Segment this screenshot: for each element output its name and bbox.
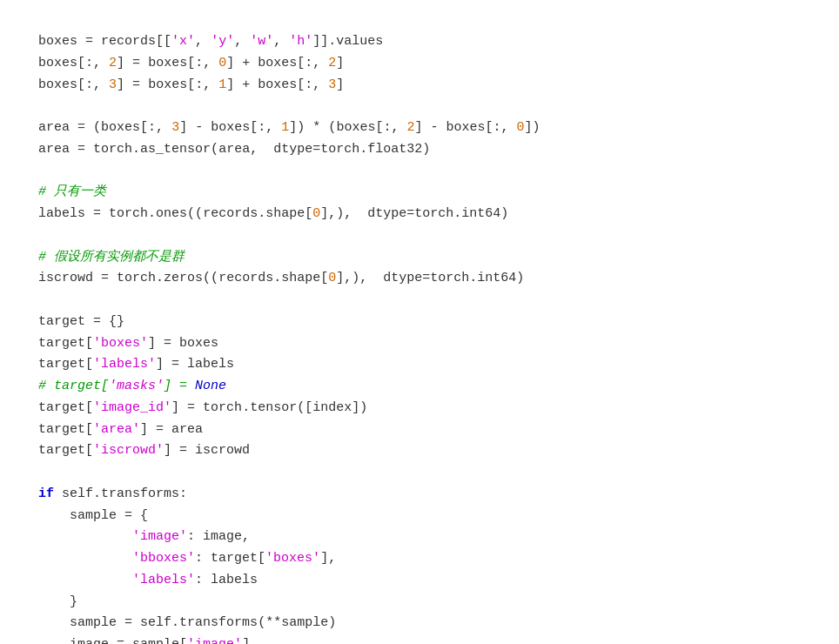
code-line-target-boxes: target['boxes'] = boxes [38, 333, 839, 355]
code-line-5: area = (boxes[:, 3] - boxes[:, 1]) * (bo… [38, 117, 839, 139]
code-line-empty-2 [38, 161, 839, 183]
code-line-target-imageid: target['image_id'] = torch.tensor([index… [38, 398, 839, 419]
code-line-image-sample: image = sample['image'] [38, 634, 839, 644]
code-line-2: boxes[:, 2] = boxes[:, 0] + boxes[:, 2] [38, 53, 839, 75]
code-line-6: area = torch.as_tensor(area, dtype=torch… [38, 139, 839, 161]
code-line-target-init: target = {} [38, 312, 839, 333]
code-line-empty-1 [38, 96, 839, 117]
code-line-sample-bboxes: 'bboxes': target['boxes'], [38, 548, 839, 570]
code-line-target-masks-comment: # target['masks'] = None [38, 376, 839, 398]
code-line-3: boxes[:, 3] = boxes[:, 1] + boxes[:, 3] [38, 75, 839, 97]
code-line-target-labels: target['labels'] = labels [38, 354, 839, 376]
code-line-sample-image: 'image': image, [38, 527, 839, 548]
code-line-empty-3 [38, 225, 839, 247]
code-line-comment-1: # 只有一类 [38, 182, 839, 204]
code-line-1: boxes = records[['x', 'y', 'w', 'h']].va… [38, 31, 839, 53]
code-line-empty-5 [38, 462, 839, 484]
code-line-if-transforms: if self.transforms: [38, 484, 839, 506]
code-line-labels: labels = torch.ones((records.shape[0],),… [38, 204, 839, 225]
code-line-sample-transforms: sample = self.transforms(**sample) [38, 613, 839, 634]
code-block: boxes = records[['x', 'y', 'w', 'h']].va… [21, 17, 839, 644]
code-line-target-area: target['area'] = area [38, 419, 839, 441]
code-line-sample-labels: 'labels': labels [38, 570, 839, 592]
code-line-target-iscrowd: target['iscrowd'] = iscrowd [38, 440, 839, 462]
code-line-comment-2: # 假设所有实例都不是群 [38, 247, 839, 269]
code-line-sample-close: } [38, 592, 839, 614]
code-line-iscrowd: iscrowd = torch.zeros((records.shape[0],… [38, 268, 839, 290]
code-line-sample-open: sample = { [38, 506, 839, 527]
code-line-empty-4 [38, 290, 839, 312]
